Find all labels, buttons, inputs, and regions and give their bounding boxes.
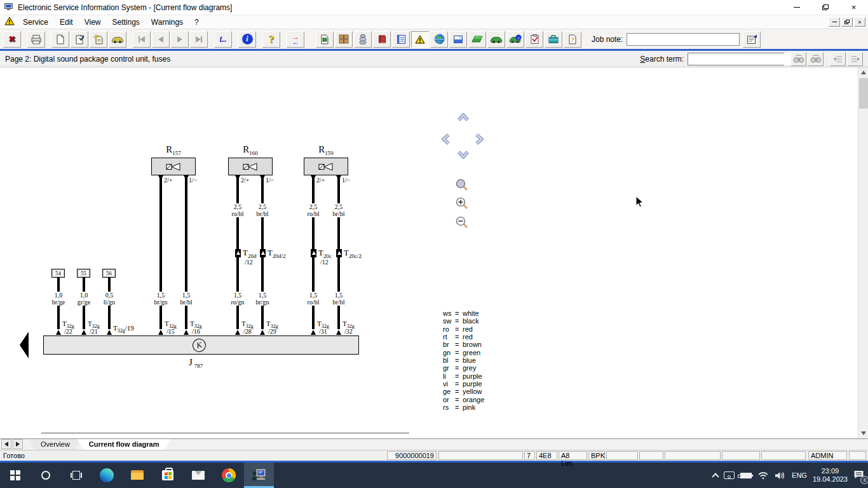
search-backward-button[interactable] xyxy=(790,52,806,66)
search-combobox[interactable] xyxy=(688,53,784,65)
battery-icon[interactable] xyxy=(740,473,752,478)
toolbox-button[interactable] xyxy=(545,31,562,48)
task-view-button[interactable] xyxy=(61,463,92,488)
tray-overflow-chevron-icon[interactable] xyxy=(712,473,719,480)
notification-center-button[interactable]: 3 xyxy=(853,470,864,482)
inline-connector-icon xyxy=(336,249,342,257)
panel-button[interactable] xyxy=(449,31,467,48)
taskbar-esis-active[interactable] xyxy=(244,463,274,488)
zoom-reset-button[interactable] xyxy=(455,179,469,193)
status-user: ADMIN xyxy=(808,451,847,460)
zoom-in-button[interactable] xyxy=(455,197,469,211)
search-input[interactable] xyxy=(688,53,790,65)
search-button[interactable] xyxy=(31,463,61,488)
language-indicator[interactable]: ENG xyxy=(792,471,807,479)
binoculars-forward-icon xyxy=(810,54,822,64)
menu-warnings[interactable]: Warnings xyxy=(146,17,189,28)
mdi-restore-button[interactable] xyxy=(841,17,853,27)
status-document-number: 9000000019 xyxy=(387,451,437,460)
document-question-button[interactable]: ? xyxy=(564,31,581,48)
previous-page-button[interactable] xyxy=(152,31,170,48)
toolbox-icon xyxy=(548,34,559,44)
jump-next-button[interactable] xyxy=(847,52,863,66)
tab-current-flow-diagram[interactable]: Current flow diagram xyxy=(78,439,171,450)
menu-view[interactable]: View xyxy=(79,17,107,28)
terminal-label: 1/− xyxy=(342,177,350,184)
menu-help[interactable]: ? xyxy=(189,17,205,28)
terminal-arrow-icon xyxy=(184,175,189,180)
start-button[interactable] xyxy=(0,463,31,488)
print-button[interactable] xyxy=(27,31,45,48)
store-icon xyxy=(162,470,173,480)
new-note-button[interactable] xyxy=(90,31,107,48)
menu-settings[interactable]: Settings xyxy=(107,17,146,28)
volume-icon[interactable] xyxy=(775,471,786,480)
jump-previous-button[interactable] xyxy=(830,52,846,66)
swap-button[interactable]: →← xyxy=(287,31,304,48)
arrow-right-icon xyxy=(16,442,20,447)
scrollbar-thumb[interactable] xyxy=(859,78,868,109)
help-button[interactable]: ? xyxy=(262,31,280,48)
menu-bar: Service Edit View Settings Warnings ? × xyxy=(0,15,868,29)
connector-pin: /12 xyxy=(245,259,253,266)
next-page-button[interactable] xyxy=(171,31,189,48)
wire-label: 2,5br/bl xyxy=(332,203,346,217)
list-button[interactable] xyxy=(392,31,410,48)
taskbar-store[interactable] xyxy=(153,463,183,488)
search-forward-button[interactable] xyxy=(808,52,824,66)
image-document-button[interactable] xyxy=(316,31,334,48)
info-button[interactable]: i xyxy=(238,31,256,48)
tab-scroll-left-button[interactable] xyxy=(1,439,11,449)
speaker-symbol xyxy=(304,158,348,175)
mdi-minimize-button[interactable] xyxy=(829,17,840,27)
taskbar-file-explorer[interactable] xyxy=(122,463,153,488)
job-note-edit-button[interactable] xyxy=(743,31,761,48)
window-grid-button[interactable] xyxy=(335,31,353,48)
wire-label: 2,5br/bl xyxy=(255,203,270,217)
eraser-button[interactable] xyxy=(468,31,486,48)
menu-service[interactable]: Service xyxy=(17,17,54,28)
pan-down-button[interactable] xyxy=(457,150,470,159)
components-button[interactable] xyxy=(354,31,372,48)
wifi-icon[interactable] xyxy=(757,471,769,480)
terminal-label: 1/− xyxy=(189,177,197,184)
scroll-down-button[interactable] xyxy=(858,428,868,438)
clock[interactable]: 23:0919.04.2023 xyxy=(813,467,848,484)
vehicle-button[interactable] xyxy=(109,31,126,48)
search-label: Search term: xyxy=(640,55,684,64)
checklist-button[interactable] xyxy=(526,31,543,48)
pan-left-button[interactable] xyxy=(442,133,451,146)
close-button[interactable]: × xyxy=(839,0,868,15)
pan-up-button[interactable] xyxy=(457,113,470,122)
vehicle-icon xyxy=(111,35,124,44)
last-page-button[interactable] xyxy=(190,31,208,48)
tab-scroll-right-button[interactable] xyxy=(13,439,23,449)
edge-icon xyxy=(100,468,114,482)
vertical-scrollbar[interactable] xyxy=(858,67,868,438)
scroll-up-button[interactable] xyxy=(858,67,868,78)
exit-button[interactable]: ✖ xyxy=(3,31,21,48)
job-note-input[interactable] xyxy=(627,33,740,46)
document-check-button[interactable] xyxy=(71,31,88,48)
history-button[interactable]: t.. xyxy=(214,31,232,48)
taskbar-mail[interactable] xyxy=(183,463,214,488)
vehicle-green-button[interactable] xyxy=(487,31,505,48)
manual-button[interactable] xyxy=(373,31,391,48)
minimize-button[interactable] xyxy=(782,0,811,15)
taskbar-chrome[interactable] xyxy=(214,463,244,488)
warnings-button[interactable] xyxy=(411,31,429,48)
new-document-button[interactable] xyxy=(51,31,69,48)
connector-pin: /12 xyxy=(320,259,329,266)
taskbar-edge[interactable] xyxy=(92,463,122,488)
tab-overview[interactable]: Overview xyxy=(29,439,81,450)
first-page-button[interactable] xyxy=(133,31,151,48)
mdi-close-button[interactable]: × xyxy=(854,17,865,27)
pan-right-button[interactable] xyxy=(475,133,484,146)
restore-button[interactable] xyxy=(811,0,839,15)
zoom-out-button[interactable] xyxy=(455,216,469,230)
web-button[interactable] xyxy=(430,31,448,48)
vehicle-info-button[interactable]: i xyxy=(506,31,524,48)
menu-edit[interactable]: Edit xyxy=(54,17,79,28)
book-icon xyxy=(377,34,387,44)
connect-display-icon[interactable] xyxy=(724,471,735,479)
